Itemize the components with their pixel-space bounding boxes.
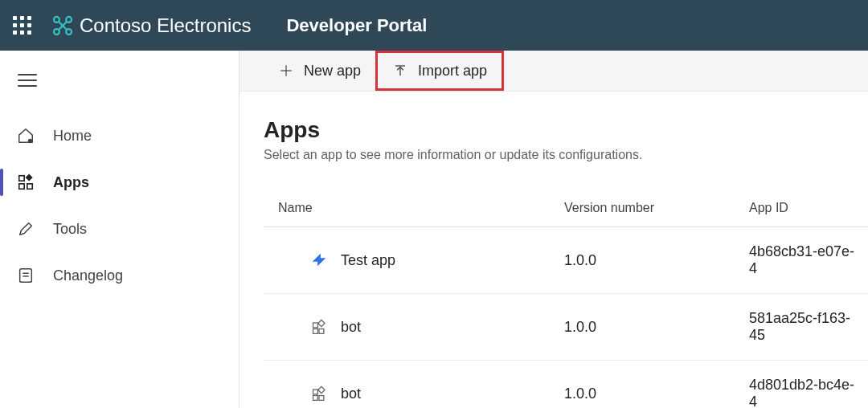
hamburger-menu-icon[interactable] [18,74,37,87]
sidebar-item-label: Home [53,128,92,145]
brand[interactable]: Contoso Electronics [52,14,251,37]
sidebar-item-apps[interactable]: Apps [0,159,239,206]
col-name[interactable]: Name [264,193,553,227]
svg-rect-20 [319,329,324,334]
apps-table: Name Version number App ID [264,193,868,408]
app-id: 4d801db2-bc4e-4 [738,361,868,409]
table-row[interactable]: Test app 1.0.0 4b68cb31-e07e-4 [264,227,868,294]
app-name: bot [341,386,361,402]
app-name: Test app [341,252,395,269]
svg-point-6 [28,139,33,144]
top-header: Contoso Electronics Developer Portal [0,0,868,51]
table-row[interactable]: bot 1.0.0 581aa25c-f163-45 [264,294,868,361]
svg-rect-10 [26,174,33,182]
arrow-app-icon [310,251,328,269]
svg-rect-9 [27,184,32,189]
svg-rect-25 [318,386,325,393]
svg-rect-8 [19,184,24,189]
sidebar-item-label: Tools [53,221,87,238]
brand-logo-icon [52,15,73,36]
sidebar-item-home[interactable]: Home [0,112,239,159]
app-launcher-icon[interactable] [13,16,31,35]
home-icon [16,126,35,145]
command-bar: New app Import app [240,51,868,92]
svg-rect-11 [20,269,32,283]
page-subtitle: Select an app to see more information or… [264,148,868,162]
puzzle-icon [310,385,328,402]
brand-name: Contoso Electronics [80,14,251,37]
app-id: 581aa25c-f163-45 [738,294,868,361]
svg-rect-24 [319,396,324,401]
sidebar-item-label: Apps [53,174,89,191]
page-title: Apps [264,117,868,143]
app-version: 1.0.0 [553,227,738,294]
import-app-highlight: Import app [375,51,504,91]
svg-rect-7 [19,176,24,181]
changelog-icon [16,266,35,285]
app-id: 4b68cb31-e07e-4 [738,227,868,294]
sidebar-item-tools[interactable]: Tools [0,206,239,252]
app-version: 1.0.0 [553,361,738,409]
main: New app Import app Apps Select an [240,51,868,408]
pencil-icon [16,219,35,239]
table-header-row: Name Version number App ID [264,193,868,227]
sidebar: Home Apps Tools [0,51,240,408]
plus-icon [278,63,294,79]
content: Apps Select an app to see more informati… [240,92,868,408]
table-row[interactable]: bot 1.0.0 4d801db2-bc4e-4 [264,361,868,409]
import-app-label: Import app [418,63,487,80]
apps-icon [16,173,35,192]
import-icon [392,63,408,79]
sidebar-item-label: Changelog [53,267,123,284]
svg-rect-21 [318,320,325,326]
col-version[interactable]: Version number [553,193,738,227]
new-app-button[interactable]: New app [264,53,375,88]
col-app-id[interactable]: App ID [738,193,868,227]
svg-rect-23 [313,396,318,401]
app-version: 1.0.0 [553,294,738,361]
svg-rect-22 [313,390,318,394]
import-app-button[interactable]: Import app [378,53,502,88]
app-name: bot [341,319,361,336]
new-app-label: New app [304,63,361,80]
sidebar-item-changelog[interactable]: Changelog [0,252,239,299]
svg-rect-18 [313,323,318,328]
svg-rect-19 [313,329,318,334]
portal-label: Developer Portal [286,15,427,36]
puzzle-icon [310,318,328,336]
